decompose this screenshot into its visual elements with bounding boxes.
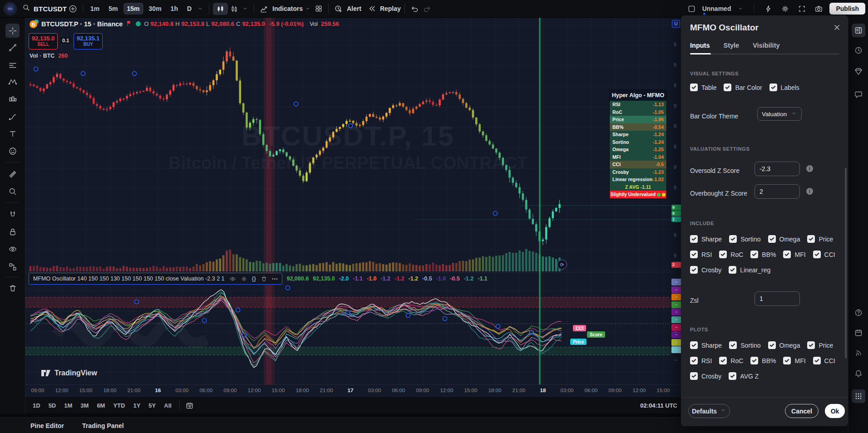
oversold-z-input[interactable] [755, 162, 800, 176]
quantity-value[interactable]: 0.1 [60, 37, 71, 44]
tool-trash-icon[interactable] [5, 281, 20, 295]
chevron-down-icon[interactable] [735, 4, 745, 14]
tool-eye-icon[interactable] [5, 242, 20, 256]
checkbox-avg-z[interactable]: AVG Z [729, 372, 759, 380]
checkbox-box[interactable] [783, 251, 791, 258]
trash-icon[interactable] [261, 276, 267, 282]
screenshot-camera-icon[interactable] [813, 3, 825, 15]
checkbox-rsi[interactable]: RSI [690, 251, 712, 258]
checkbox-sharpe[interactable]: Sharpe [690, 341, 722, 349]
alert-clock-icon[interactable] [332, 3, 345, 15]
tool-lock-icon[interactable] [5, 225, 20, 239]
checkbox-rsi[interactable]: RSI [690, 357, 712, 364]
checkbox-price[interactable]: Price [807, 341, 833, 349]
tool-trendline-icon[interactable] [5, 40, 20, 54]
checkbox-box[interactable] [769, 84, 777, 91]
price-scale[interactable]: U 99999999999912–––––––––––– [671, 17, 682, 384]
checkbox-sortino[interactable]: Sortino [729, 235, 760, 243]
timeframe-1h[interactable]: 1h [167, 3, 182, 15]
watchlist-icon[interactable] [852, 24, 865, 37]
checkbox-box[interactable] [813, 357, 821, 364]
chart-style-candles-icon[interactable] [213, 3, 228, 15]
tool-brush-icon[interactable] [5, 109, 20, 123]
indicators-button[interactable]: Indicators [272, 5, 303, 12]
publish-button[interactable]: Publish [829, 3, 865, 15]
checkbox-sortino[interactable]: Sortino [729, 341, 760, 349]
cancel-button[interactable]: Cancel [785, 404, 819, 418]
checkbox-box[interactable] [750, 357, 758, 364]
oscillator-legend-box[interactable]: MFMO Oscillator 140 150 150 130 150 150 … [29, 273, 282, 285]
checkbox-omega[interactable]: Omega [768, 341, 800, 349]
chart-area[interactable]: BTCUSDT.P, 15 Bitcoin / TetherUS PERPETU… [25, 17, 671, 384]
tool-text-icon[interactable] [5, 127, 20, 141]
apps-grid-icon[interactable] [852, 389, 865, 403]
undo-icon[interactable] [409, 3, 421, 15]
defaults-button[interactable]: Defaults [688, 404, 730, 418]
plot-label-cci[interactable]: CCI [573, 325, 586, 331]
quick-action-icon[interactable]: ⟳ [557, 260, 567, 270]
range-5D[interactable]: 5D [44, 400, 60, 411]
bar-color-theme-select[interactable]: Valuation [757, 107, 802, 121]
checkbox-box[interactable] [750, 251, 758, 258]
checkbox-box[interactable] [807, 341, 815, 349]
settings-gear-icon[interactable] [779, 3, 791, 15]
checkbox-box[interactable] [690, 341, 698, 349]
zsl-input[interactable] [755, 291, 800, 306]
checkbox-sharpe[interactable]: Sharpe [690, 235, 722, 243]
indicator-templates-icon[interactable] [313, 3, 325, 15]
tool-xabcd-icon[interactable] [5, 74, 20, 89]
buy-button[interactable]: 92,135.1 BUY [74, 33, 103, 49]
range-5Y[interactable]: 5Y [144, 400, 160, 411]
checkbox-linear-reg[interactable]: Linear_reg [729, 266, 770, 274]
ok-button[interactable]: Ok [825, 404, 845, 418]
alerts-clock-icon[interactable] [852, 44, 865, 57]
checkbox-box[interactable] [807, 235, 815, 243]
statusbar-pine-editor[interactable]: Pine Editor [30, 422, 64, 429]
checkbox-box[interactable] [690, 372, 698, 380]
calendar-icon[interactable] [852, 326, 865, 340]
checkbox-box[interactable] [729, 341, 737, 349]
close-icon[interactable] [833, 24, 841, 33]
tool-zoom-icon[interactable] [5, 184, 20, 198]
tab-inputs[interactable]: Inputs [690, 42, 710, 49]
checkbox-crosby[interactable]: Crosby [690, 372, 721, 380]
add-symbol-icon[interactable] [67, 3, 79, 15]
timeframe-D[interactable]: D [183, 3, 195, 15]
checkbox-box[interactable] [768, 341, 776, 349]
checkbox-labels[interactable]: Labels [769, 84, 799, 91]
checkbox-omega[interactable]: Omega [768, 235, 800, 243]
hotlist-icon[interactable] [852, 64, 865, 78]
checkbox-box[interactable] [729, 266, 736, 274]
chevron-down-icon[interactable] [240, 4, 250, 14]
redo-icon[interactable] [421, 3, 433, 15]
checkbox-box[interactable] [690, 251, 698, 258]
tool-crosshair-icon[interactable] [5, 24, 20, 38]
checkbox-price[interactable]: Price [807, 235, 833, 243]
checkbox-box[interactable] [719, 251, 727, 258]
checkbox-box[interactable] [783, 357, 791, 364]
eye-icon[interactable] [229, 276, 236, 282]
checkbox-box[interactable] [729, 372, 736, 380]
more-options-icon[interactable]: ••• [272, 276, 278, 281]
checkbox-box[interactable] [690, 84, 698, 91]
checkbox-box[interactable] [768, 235, 776, 243]
save-layout-icon[interactable] [686, 3, 698, 15]
timeframe-15m[interactable]: 15m [123, 3, 143, 15]
statusbar-trading-panel[interactable]: Trading Panel [82, 422, 124, 429]
tool-ruler-icon[interactable] [5, 167, 20, 181]
gear-icon[interactable] [241, 276, 247, 282]
tab-style[interactable]: Style [724, 42, 740, 49]
timeframe-1m[interactable]: 1m [87, 3, 103, 15]
range-1M[interactable]: 1M [60, 400, 76, 411]
chevron-down-icon[interactable] [195, 4, 205, 14]
clock-utc[interactable]: 02:04:11 UTC [640, 402, 677, 409]
overbought-z-input[interactable] [755, 184, 800, 199]
time-axis[interactable]: 09:0012:0015:0018:0021:001603:0006:0009:… [25, 384, 682, 397]
checkbox-bb-[interactable]: BB% [750, 251, 776, 258]
checkbox-box[interactable] [719, 357, 727, 364]
plot-label-price[interactable]: Price [570, 339, 587, 345]
indicators-icon[interactable] [258, 3, 270, 15]
checkbox-bar-color[interactable]: Bar Color [724, 84, 762, 91]
help-icon[interactable] [852, 306, 865, 320]
range-YTD[interactable]: YTD [109, 400, 129, 411]
